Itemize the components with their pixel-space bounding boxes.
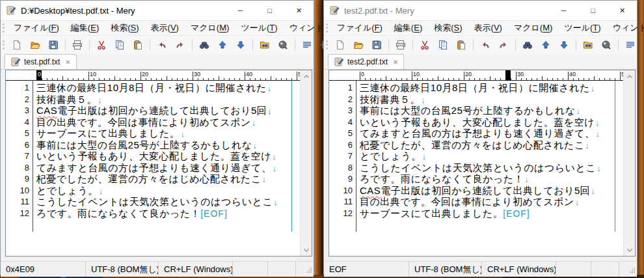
no-wrap-icon[interactable]: [622, 36, 639, 53]
tab-close-icon[interactable]: ✕: [393, 59, 398, 66]
text-line[interactable]: 6杞憂でしたが、運営の方々をはじめ心配されたこ↓: [329, 139, 623, 151]
scroll-down-icon[interactable]: [301, 245, 312, 255]
text-line[interactable]: 7とでしょう。↓: [329, 150, 623, 162]
text-line[interactable]: 10とでしょう。↓: [6, 185, 300, 197]
text-line[interactable]: 11こうしたイベントは天気次第というのはつらいとこ↓: [6, 196, 300, 208]
paste-icon[interactable]: [129, 36, 146, 53]
menu-item-検索[interactable]: 検索(S): [428, 21, 468, 35]
resize-grip-icon[interactable]: [629, 266, 636, 275]
text-line[interactable]: 4目の出典です。今回は事情により初めてスポン↓: [6, 117, 300, 128]
text-line[interactable]: 12サーブースにて出典しました。[EOF]: [329, 208, 623, 219]
redo-icon[interactable]: [172, 36, 189, 53]
vertical-scrollbar[interactable]: [300, 70, 312, 256]
menu-item-ツール[interactable]: ツール(T): [558, 21, 606, 35]
grep-icon[interactable]: [275, 36, 291, 53]
text-line[interactable]: 5てみますと台風の方は予想よりも速く通り過ぎて、↓: [329, 128, 623, 139]
text-line[interactable]: 6事前には大型の台風25号が上陸するかもしれな↓: [6, 139, 300, 151]
menu-gripper[interactable]: [326, 23, 328, 33]
text-line[interactable]: 9ろです。雨にならなくて良かった！↓: [329, 173, 623, 185]
text-line[interactable]: 10CAS電子出版は初回から連続して出典しており5回↓: [329, 185, 623, 197]
scroll-down-icon[interactable]: [624, 245, 635, 255]
find-icon[interactable]: [196, 36, 213, 53]
toolbar-separator: [473, 39, 474, 51]
text-line[interactable]: 12ろです。雨にならなくて良かった！[EOF]: [6, 208, 300, 219]
find-next-icon[interactable]: [232, 36, 249, 53]
close-button[interactable]: ✕: [608, 1, 637, 20]
menu-item-ファイル[interactable]: ファイル(F): [331, 21, 388, 35]
save-icon[interactable]: [368, 36, 385, 53]
menu-item-編集[interactable]: 編集(E): [388, 21, 428, 35]
no-wrap-icon[interactable]: [299, 36, 315, 53]
text-line[interactable]: 1三連休の最終日10月8日（月・祝日）に開催された↓: [329, 82, 623, 94]
menu-item-マクロ[interactable]: マクロ(M): [185, 21, 235, 35]
text-line[interactable]: 3CAS電子出版は初回から連続して出典しており5回↓: [6, 105, 300, 117]
find-next-icon[interactable]: [556, 36, 572, 53]
line-number: 4: [329, 117, 353, 128]
scroll-up-icon[interactable]: [301, 71, 312, 81]
title-bar[interactable]: test2.pdf.txt - Mery ─ □ ✕: [324, 1, 637, 20]
copy-icon[interactable]: [435, 36, 451, 53]
menu-item-編集[interactable]: 編集(E): [65, 21, 105, 35]
print-icon[interactable]: [392, 36, 409, 53]
menu-item-ファイル[interactable]: ファイル(F): [8, 21, 65, 35]
text-line[interactable]: 7いという予報もあり、大変心配しました。蓋を空け↓: [6, 150, 300, 162]
toolbar-gripper[interactable]: [3, 40, 5, 49]
text-line[interactable]: 5サーブースにて出典しました。↓: [6, 128, 300, 139]
undo-icon[interactable]: [154, 36, 170, 53]
ruler: 01020304050: [6, 70, 300, 81]
copy-icon[interactable]: [111, 36, 128, 53]
print-icon[interactable]: [69, 36, 86, 53]
new-file-icon[interactable]: [332, 36, 349, 53]
menu-item-ウィンドウ[interactable]: ウィンドウ(W): [607, 21, 644, 35]
menu-item-表示[interactable]: 表示(V): [145, 21, 185, 35]
paste-icon[interactable]: [453, 36, 470, 53]
open-file-icon[interactable]: [27, 36, 44, 53]
find-previous-icon[interactable]: [537, 36, 554, 53]
find-in-files-icon[interactable]: [256, 36, 273, 53]
tab-close-icon[interactable]: ✕: [65, 59, 70, 66]
find-in-files-icon[interactable]: [580, 36, 597, 53]
open-file-icon[interactable]: [350, 36, 367, 53]
wrap-by-window-icon[interactable]: [640, 36, 644, 53]
maximize-button[interactable]: □: [578, 1, 608, 20]
undo-icon[interactable]: [477, 36, 494, 53]
toolbar-gripper[interactable]: [326, 40, 328, 49]
text-line[interactable]: 2技術書典５。↓: [329, 94, 623, 105]
grep-icon[interactable]: [598, 36, 615, 53]
cut-icon[interactable]: [416, 36, 433, 53]
text-line[interactable]: 2技術書典５。↓: [6, 94, 300, 105]
text-line[interactable]: 3事前には大型の台風25号が上陸するかもしれな↓: [329, 105, 623, 117]
text-line[interactable]: 1三連休の最終日10月8日（月・祝日）に開催された↓: [6, 82, 300, 94]
menu-gripper[interactable]: [3, 23, 5, 33]
tab-test-pdf-txt[interactable]: test.pdf.txt ✕: [5, 54, 77, 69]
menu-item-検索[interactable]: 検索(S): [105, 21, 144, 35]
redo-icon[interactable]: [495, 36, 512, 53]
maximize-button[interactable]: □: [255, 1, 284, 20]
title-bar[interactable]: D:¥Desktop¥test.pdf.txt - Mery ─ □ ✕: [1, 1, 314, 20]
menu-item-マクロ[interactable]: マクロ(M): [508, 21, 558, 35]
close-button[interactable]: ✕: [284, 1, 314, 20]
resize-grip-icon[interactable]: [306, 266, 312, 275]
find-previous-icon[interactable]: [214, 36, 231, 53]
tab-test2-pdf-txt[interactable]: test2.pdf.txt ✕: [328, 54, 404, 69]
find-icon[interactable]: [519, 36, 536, 53]
text-area[interactable]: 1三連休の最終日10月8日（月・祝日）に開催された↓2技術書典５。↓3CAS電子…: [6, 81, 300, 219]
line-number: 12: [6, 208, 29, 219]
text-area[interactable]: 1三連休の最終日10月8日（月・祝日）に開催された↓2技術書典５。↓3事前には大…: [329, 81, 623, 219]
save-icon[interactable]: [45, 36, 62, 53]
text-line[interactable]: 8てみますと台風の方は予想よりも速く通り過ぎて、↓: [6, 162, 300, 174]
menu-item-ツール[interactable]: ツール(T): [235, 21, 283, 35]
minimize-button[interactable]: ─: [549, 1, 578, 20]
cut-icon[interactable]: [93, 36, 110, 53]
new-file-icon[interactable]: [8, 36, 25, 53]
text-line[interactable]: 9杞憂でしたが、運営の方々をはじめ心配されたこ↓: [6, 173, 300, 185]
menu-item-表示[interactable]: 表示(V): [468, 21, 508, 35]
ruler-tick: [234, 78, 235, 80]
vertical-scrollbar[interactable]: [623, 70, 635, 256]
scroll-up-icon[interactable]: [624, 71, 635, 81]
text-line[interactable]: 4いという予報もあり、大変心配しました。蓋を空け↓: [329, 117, 623, 128]
line-number: 2: [329, 94, 353, 105]
minimize-button[interactable]: ─: [226, 1, 255, 20]
text-line[interactable]: 11目の出典です。今回は事情により初めてスポン↓: [329, 196, 623, 208]
text-line[interactable]: 8こうしたイベントは天気次第というのはつらいとこ↓: [329, 162, 623, 174]
